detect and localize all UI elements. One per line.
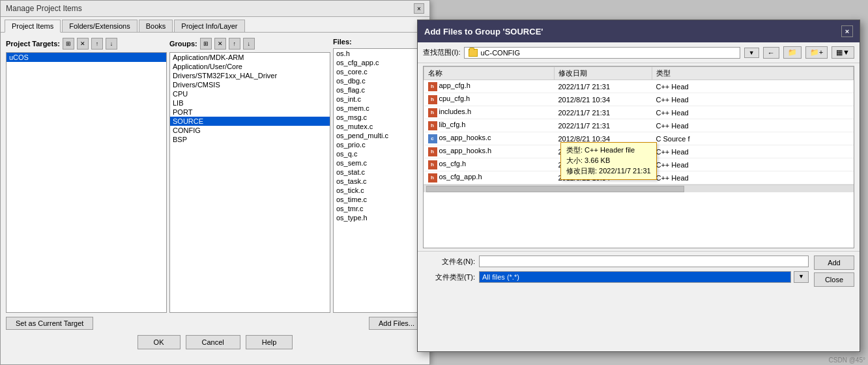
- filetype-select[interactable]: All files (*.*): [479, 271, 791, 283]
- dialog-action-buttons: Add Close: [814, 256, 854, 287]
- tooltip-type: 类型: C++ Header file: [566, 145, 651, 155]
- set-current-target-btn[interactable]: Set as Current Target: [6, 317, 93, 330]
- cancel-button[interactable]: Cancel: [186, 335, 240, 349]
- group-item[interactable]: Drivers/STM32F1xx_HAL_Driver: [170, 71, 330, 80]
- path-dropdown[interactable]: uC-CONFIG: [464, 47, 740, 59]
- tab-folders-extensions[interactable]: Folders/Extensions: [62, 20, 137, 32]
- help-button[interactable]: Help: [246, 335, 293, 349]
- path-dropdown-arrow[interactable]: ▼: [744, 48, 759, 58]
- ok-button[interactable]: OK: [137, 335, 181, 349]
- nav-view-btn[interactable]: ▦▼: [832, 46, 854, 59]
- dialog-titlebar: Add Files to Group 'SOURCE' ×: [418, 20, 860, 42]
- nav-folder-btn[interactable]: 📁: [783, 46, 802, 59]
- file-date-cell: 2022/11/7 21:31: [555, 106, 652, 119]
- file-item[interactable]: os_q.c: [334, 149, 424, 158]
- project-targets-label: Project Targets:: [6, 40, 60, 48]
- add-files-dialog: Add Files to Group 'SOURCE' × 查找范围(I): u…: [417, 20, 860, 352]
- file-item[interactable]: os_tmr.c: [334, 204, 424, 213]
- table-row[interactable]: hincludes.h2022/11/7 21:31C++ Head: [424, 106, 854, 119]
- close-button[interactable]: Close: [814, 272, 854, 287]
- group-item[interactable]: LIB: [170, 98, 330, 108]
- file-type-cell: C++ Head: [652, 119, 854, 132]
- project-targets-list[interactable]: uCOS: [6, 52, 167, 313]
- group-item[interactable]: PORT: [170, 108, 330, 117]
- group-item[interactable]: Application/MDK-ARM: [170, 53, 330, 62]
- targets-down-btn[interactable]: ↓: [106, 38, 117, 50]
- group-item[interactable]: CPU: [170, 89, 330, 98]
- add-files-btn[interactable]: Add Files...: [369, 317, 424, 330]
- file-item[interactable]: os_core.c: [334, 67, 424, 76]
- file-item[interactable]: os.h: [334, 49, 424, 58]
- groups-add-btn[interactable]: ⊞: [200, 38, 212, 50]
- manage-close-button[interactable]: ×: [414, 3, 424, 14]
- col-type-header[interactable]: 类型: [652, 67, 854, 80]
- group-item[interactable]: BSP: [170, 135, 330, 144]
- target-item-ucos[interactable]: uCOS: [7, 53, 166, 62]
- col-name-header[interactable]: 名称: [424, 67, 555, 80]
- group-item[interactable]: Application/User/Core: [170, 62, 330, 71]
- groups-delete-btn[interactable]: ✕: [214, 38, 226, 50]
- hscroll-thumb[interactable]: [426, 186, 684, 192]
- files-header: Files:: [333, 38, 424, 46]
- manage-titlebar: Manage Project Items ×: [1, 1, 429, 17]
- groups-down-btn[interactable]: ↓: [243, 38, 255, 50]
- dialog-title: Add Files to Group 'SOURCE': [424, 27, 543, 36]
- tooltip-size: 大小: 3.66 KB: [566, 156, 651, 166]
- filetype-dropdown-arrow[interactable]: ▼: [794, 271, 809, 283]
- filename-row: 文件名(N):: [423, 256, 809, 267]
- file-date-cell: 2022/11/7 21:31: [555, 119, 652, 132]
- file-type-cell: C++ Head: [652, 80, 854, 93]
- file-item[interactable]: os_mem.c: [334, 104, 424, 113]
- search-range-label: 查找范围(I):: [423, 48, 460, 57]
- file-type-cell: C++ Head: [652, 158, 854, 171]
- nav-back-btn[interactable]: ←: [763, 47, 779, 59]
- manage-content: Project Targets: ⊞ ✕ ↑ ↓ uCOS Groups: ⊞ …: [1, 33, 429, 357]
- group-item[interactable]: Drivers/CMSIS: [170, 80, 330, 89]
- targets-delete-btn[interactable]: ✕: [77, 38, 89, 50]
- tooltip-date: 修改日期: 2022/11/7 21:31: [566, 166, 651, 176]
- groups-up-btn[interactable]: ↑: [229, 38, 240, 50]
- groups-header: Groups: ⊞ ✕ ↑ ↓: [169, 38, 330, 50]
- file-item[interactable]: os_cfg_app.c: [334, 58, 424, 67]
- file-type-cell: C++ Head: [652, 171, 854, 184]
- targets-up-btn[interactable]: ↑: [91, 38, 103, 50]
- filename-input[interactable]: [479, 256, 809, 267]
- file-item[interactable]: os_prio.c: [334, 140, 424, 149]
- file-item[interactable]: os_time.c: [334, 195, 424, 204]
- table-row[interactable]: happ_cfg.h2022/11/7 21:31C++ Head: [424, 80, 854, 93]
- files-list[interactable]: os.hos_cfg_app.cos_core.cos_dbg.cos_flag…: [333, 48, 424, 313]
- add-button[interactable]: Add: [814, 256, 854, 270]
- group-item[interactable]: CONFIG: [170, 126, 330, 135]
- file-item[interactable]: os_task.c: [334, 177, 424, 186]
- groups-list[interactable]: Application/MDK-ARMApplication/User/Core…: [169, 52, 330, 313]
- file-item[interactable]: os_tick.c: [334, 186, 424, 195]
- file-item[interactable]: os_sem.c: [334, 158, 424, 168]
- col-date-header[interactable]: 修改日期: [555, 67, 652, 80]
- file-type-cell: C Source f: [652, 132, 854, 145]
- file-item[interactable]: os_mutex.c: [334, 122, 424, 131]
- table-row[interactable]: hcpu_cfg.h2012/8/21 10:34C++ Head: [424, 93, 854, 106]
- tabs-bar: Project Items Folders/Extensions Books P…: [1, 17, 429, 33]
- file-item[interactable]: os_stat.c: [334, 168, 424, 177]
- file-item[interactable]: os_pend_multi.c: [334, 131, 424, 140]
- file-type-cell: C++ Head: [652, 145, 854, 158]
- file-name-cell: hincludes.h: [424, 106, 555, 119]
- tab-books[interactable]: Books: [139, 20, 173, 32]
- dialog-close-button[interactable]: ×: [841, 25, 853, 37]
- table-row[interactable]: hlib_cfg.h2022/11/7 21:31C++ Head: [424, 119, 854, 132]
- file-date-cell: 2012/8/21 10:34: [555, 93, 652, 106]
- nav-new-folder-btn[interactable]: 📁+: [805, 46, 828, 59]
- tab-project-items[interactable]: Project Items: [5, 20, 61, 33]
- horizontal-scrollbar[interactable]: [424, 184, 854, 192]
- file-item[interactable]: os_type.h: [334, 213, 424, 222]
- tab-project-info[interactable]: Project Info/Layer: [174, 20, 244, 32]
- file-item[interactable]: os_msg.c: [334, 113, 424, 122]
- group-item[interactable]: SOURCE: [170, 117, 330, 126]
- filename-label: 文件名(N):: [423, 257, 475, 267]
- file-type-cell: C++ Head: [652, 106, 854, 119]
- file-item[interactable]: os_dbg.c: [334, 76, 424, 85]
- manage-project-items-window: Manage Project Items × Project Items Fol…: [0, 0, 430, 365]
- file-item[interactable]: os_flag.c: [334, 85, 424, 95]
- targets-add-btn[interactable]: ⊞: [63, 38, 74, 50]
- file-item[interactable]: os_int.c: [334, 95, 424, 104]
